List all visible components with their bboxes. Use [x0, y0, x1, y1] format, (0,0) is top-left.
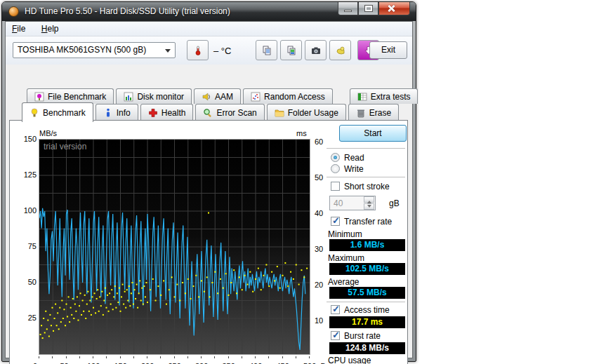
- device-dropdown-value: TOSHIBA MK5061GSYN (500 gB): [18, 45, 146, 55]
- write-radio[interactable]: [331, 164, 340, 173]
- tab-aam[interactable]: AAM: [194, 88, 241, 104]
- burst-rate-value: 124.8 MB/s: [329, 342, 405, 354]
- folder-icon: [275, 108, 284, 118]
- maximum-label: Maximum: [328, 253, 364, 263]
- benchmark-lamp-icon: [29, 108, 39, 118]
- random-access-icon: [251, 92, 261, 102]
- right-axis-title: ms: [296, 129, 307, 137]
- maximize-icon: [365, 6, 372, 11]
- exit-button[interactable]: Exit: [369, 41, 407, 59]
- file-benchmark-icon: [34, 92, 44, 102]
- minimize-icon: [344, 10, 352, 12]
- write-label: Write: [344, 164, 364, 174]
- tab-row-upper: File Benchmark Disk monitor AAM Random A…: [27, 88, 420, 104]
- tab-folder-usage[interactable]: Folder Usage: [267, 104, 346, 121]
- thermometer-icon: [193, 46, 203, 55]
- disk-monitor-icon: [124, 92, 133, 102]
- tab-label: Disk monitor: [137, 92, 184, 102]
- read-radio[interactable]: [331, 153, 340, 162]
- average-value: 57.5 MB/s: [329, 287, 405, 299]
- read-label: Read: [344, 153, 364, 163]
- tab-file-benchmark[interactable]: File Benchmark: [27, 88, 114, 104]
- tab-random-access[interactable]: Random Access: [243, 88, 333, 104]
- burst-rate-label: Burst rate: [344, 331, 381, 341]
- benchmark-chart: trial version: [39, 139, 310, 355]
- cpu-usage-label: CPU usage: [328, 356, 371, 364]
- donate-button[interactable]: [329, 40, 351, 60]
- copy-image-icon: [286, 46, 296, 55]
- app-window: HD Tune Pro 5.50 - Hard Disk/SSD Utility…: [1, 1, 416, 362]
- transfer-rate-label: Transfer rate: [344, 217, 392, 227]
- minimum-value: 1.6 MB/s: [329, 239, 405, 251]
- tab-label: AAM: [215, 92, 233, 102]
- menu-file[interactable]: File: [6, 22, 32, 36]
- short-stroke-value: 40: [334, 198, 343, 208]
- donate-hand-icon: [336, 46, 345, 55]
- tab-info[interactable]: Info: [95, 104, 138, 121]
- transfer-rate-checkbox[interactable]: [331, 217, 340, 226]
- average-label: Average: [328, 277, 359, 287]
- window-title: HD Tune Pro 5.50 - Hard Disk/SSD Utility…: [25, 6, 230, 16]
- short-stroke-label: Short stroke: [344, 182, 390, 191]
- copy-image-button[interactable]: [280, 40, 302, 60]
- burst-rate-checkbox[interactable]: [331, 331, 340, 340]
- tab-label: Benchmark: [43, 108, 86, 118]
- copy-text-button[interactable]: [256, 40, 277, 60]
- screenshot-button[interactable]: [305, 40, 327, 60]
- client-area: File Help TOSHIBA MK5061GSYN (500 gB) – …: [5, 21, 413, 358]
- toolbar: TOSHIBA MK5061GSYN (500 gB) – °C: [6, 36, 412, 65]
- access-time-value: 17.7 ms: [329, 316, 405, 328]
- tab-erase[interactable]: Erase: [348, 104, 399, 121]
- copy-text-icon: [262, 46, 272, 55]
- tab-health[interactable]: Health: [140, 104, 194, 121]
- tab-error-scan[interactable]: Error Scan: [195, 104, 264, 121]
- app-icon: [8, 6, 19, 17]
- short-stroke-checkbox[interactable]: [331, 182, 340, 191]
- access-time-label: Access time: [344, 305, 390, 315]
- maximum-value: 102.5 MB/s: [329, 263, 405, 275]
- tab-label: File Benchmark: [48, 92, 106, 102]
- tab-label: Folder Usage: [288, 108, 338, 118]
- camera-icon: [311, 46, 321, 55]
- maximize-button[interactable]: [358, 2, 378, 15]
- trial-watermark: trial version: [44, 142, 86, 151]
- speaker-icon: [202, 92, 211, 102]
- error-scan-magnifier-icon: [203, 108, 213, 118]
- tab-row-lower: Benchmark Info Health Error Scan Folder …: [22, 104, 401, 121]
- menu-bar: File Help: [6, 22, 412, 36]
- tab-label: Info: [117, 108, 131, 118]
- title-bar[interactable]: HD Tune Pro 5.50 - Hard Disk/SSD Utility…: [2, 2, 416, 21]
- start-button[interactable]: Start: [339, 125, 407, 142]
- extra-tests-icon: [357, 92, 367, 102]
- spinner-down-icon[interactable]: [364, 203, 374, 210]
- menu-help[interactable]: Help: [35, 22, 65, 36]
- info-icon: [103, 108, 113, 118]
- device-dropdown[interactable]: TOSHIBA MK5061GSYN (500 gB): [13, 42, 176, 58]
- temperature-value: – °C: [213, 46, 231, 56]
- separator: [327, 177, 405, 177]
- benchmark-panel: MB/s ms trial version 150125100755025 60…: [9, 120, 408, 364]
- tab-disk-monitor[interactable]: Disk monitor: [116, 88, 192, 104]
- spinner-up-icon[interactable]: [364, 196, 374, 203]
- tab-label: Erase: [369, 108, 391, 118]
- short-stroke-unit: gB: [389, 198, 400, 208]
- separator: [327, 148, 405, 149]
- tab-benchmark[interactable]: Benchmark: [22, 102, 93, 122]
- left-axis-title: MB/s: [39, 129, 57, 137]
- trash-icon: [356, 108, 366, 118]
- tab-label: Error Scan: [216, 108, 256, 118]
- separator: [327, 302, 405, 302]
- tab-label: Random Access: [264, 92, 325, 102]
- chevron-down-icon: [165, 49, 171, 55]
- tab-label: Health: [162, 108, 186, 118]
- temperature-button[interactable]: [187, 40, 209, 60]
- close-button[interactable]: [378, 2, 410, 15]
- short-stroke-spinner[interactable]: 40: [329, 196, 376, 210]
- tab-extra-tests[interactable]: Extra tests: [350, 88, 418, 104]
- minimize-button[interactable]: [338, 2, 358, 15]
- tab-label: Extra tests: [371, 92, 411, 102]
- health-cross-icon: [148, 108, 158, 118]
- access-time-checkbox[interactable]: [331, 305, 340, 314]
- minimum-label: Minimum: [328, 229, 362, 239]
